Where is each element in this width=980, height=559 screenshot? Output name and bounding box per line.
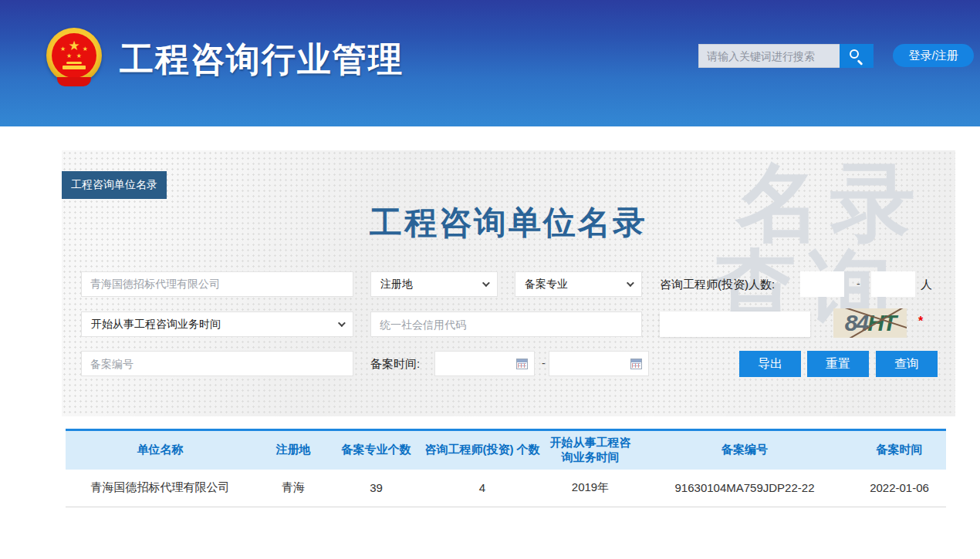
col-header-specialty-count: 备案专业个数 bbox=[332, 438, 421, 462]
col-header-start-time: 开始从事工程咨询业务时间 bbox=[544, 431, 637, 470]
calendar-icon bbox=[630, 359, 642, 369]
tab-unit-directory[interactable]: 工程咨询单位名录 bbox=[62, 171, 167, 199]
calendar-icon bbox=[516, 359, 528, 369]
start-time-select[interactable]: 开始从事工程咨询业务时间 bbox=[81, 311, 353, 337]
export-button[interactable]: 导出 bbox=[739, 351, 801, 377]
query-button[interactable]: 查询 bbox=[876, 351, 938, 377]
header-search bbox=[698, 44, 874, 68]
col-header-unit-name: 单位名称 bbox=[66, 438, 255, 462]
chevron-down-icon bbox=[338, 319, 346, 327]
cell-filing-number: 91630104MA759JDP22-22 bbox=[637, 476, 853, 499]
filing-date-to-input[interactable] bbox=[549, 351, 649, 376]
table-header-row: 单位名称 注册地 备案专业个数 咨询工程师(投资) 个数 开始从事工程咨询业务时… bbox=[66, 431, 946, 470]
engineer-count-max-input[interactable] bbox=[871, 271, 915, 297]
filing-time-label: 备案时间: bbox=[370, 351, 420, 376]
company-name-input[interactable] bbox=[81, 271, 353, 297]
search-input[interactable] bbox=[698, 44, 840, 68]
registered-place-select[interactable]: 注册地 bbox=[370, 271, 498, 297]
chevron-down-icon bbox=[627, 279, 634, 287]
person-unit-label: 人 bbox=[921, 271, 932, 297]
col-header-filing-time: 备案时间 bbox=[853, 438, 946, 462]
cell-registered-place: 青海 bbox=[255, 476, 332, 500]
filing-date-from-input[interactable] bbox=[434, 351, 535, 376]
specialty-select[interactable]: 备案专业 bbox=[515, 271, 642, 297]
site-header: ★ ★ ★ ★ ★ 工程咨询行业管理 登录/注册 bbox=[0, 0, 980, 126]
table-row[interactable]: 青海国德招标代理有限公司 青海 39 4 2019年 91630104MA759… bbox=[66, 470, 946, 507]
range-dash: - bbox=[857, 271, 860, 297]
results-table: 单位名称 注册地 备案专业个数 咨询工程师(投资) 个数 开始从事工程咨询业务时… bbox=[66, 429, 946, 507]
search-icon bbox=[850, 49, 859, 59]
date-range-dash: - bbox=[542, 351, 546, 376]
page-title: 工程咨询单位名录 bbox=[62, 201, 955, 244]
watermark-text: 名录 查询 bbox=[736, 160, 924, 332]
national-emblem-icon: ★ ★ ★ ★ ★ bbox=[46, 28, 102, 83]
required-asterisk: * bbox=[918, 315, 923, 328]
col-header-filing-number: 备案编号 bbox=[637, 438, 853, 462]
chevron-down-icon bbox=[482, 279, 490, 287]
col-header-registered-place: 注册地 bbox=[255, 438, 332, 462]
engineer-count-min-input[interactable] bbox=[800, 271, 844, 297]
captcha-input[interactable] bbox=[660, 311, 810, 337]
engineer-count-label: 咨询工程师(投资)人数: bbox=[660, 271, 775, 297]
cell-specialty-count: 39 bbox=[332, 476, 421, 499]
cell-start-time: 2019年 bbox=[544, 476, 637, 500]
cell-filing-time: 2022-01-06 bbox=[853, 476, 946, 499]
cell-unit-name: 青海国德招标代理有限公司 bbox=[66, 476, 255, 500]
query-panel: 名录 查询 工程咨询单位名录 工程咨询单位名录 注册地 备案专业 咨询工程师(投… bbox=[62, 150, 955, 416]
site-title: 工程咨询行业管理 bbox=[120, 37, 404, 83]
credit-code-input[interactable] bbox=[370, 311, 642, 337]
login-register-button[interactable]: 登录/注册 bbox=[893, 44, 974, 67]
cell-engineer-count: 4 bbox=[421, 476, 544, 499]
captcha-image[interactable]: 84 HT bbox=[833, 308, 907, 338]
filing-number-input[interactable] bbox=[81, 351, 353, 376]
reset-button[interactable]: 重置 bbox=[807, 351, 869, 377]
search-button[interactable] bbox=[840, 44, 874, 68]
col-header-engineer-count: 咨询工程师(投资) 个数 bbox=[421, 438, 544, 462]
